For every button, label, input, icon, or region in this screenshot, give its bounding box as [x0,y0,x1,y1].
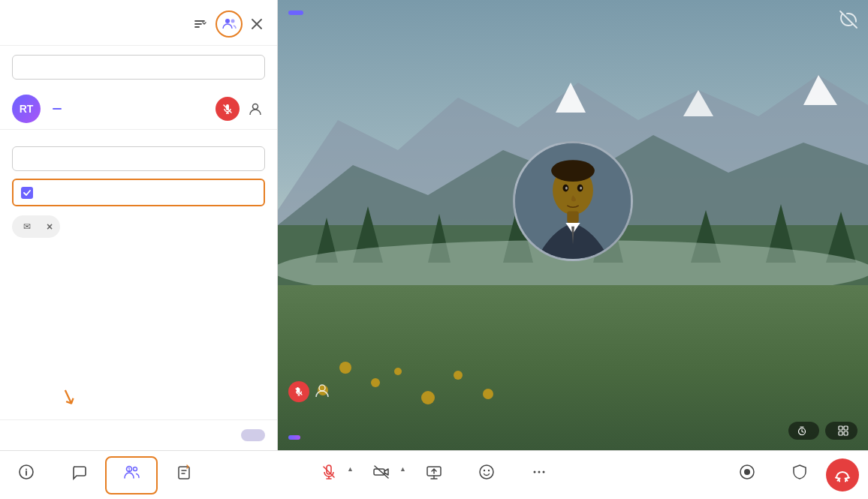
end-call-button[interactable] [826,458,859,491]
video-bottom-info [288,381,330,405]
video-top-right-icon [839,11,857,32]
participants-icon-highlighted[interactable] [215,11,243,38]
svg-rect-40 [844,431,848,435]
search-area [0,46,277,89]
svg-point-1 [231,20,235,23]
timer-button[interactable] [788,422,819,440]
sort-button[interactable] [190,14,209,34]
details-bar-item[interactable] [0,458,53,493]
arrow-annotation: ↘ [56,382,81,411]
record-icon [739,464,755,484]
reactions-icon [478,464,495,484]
person-icon-video [314,382,330,401]
svg-point-24 [421,391,435,404]
panel-footer [0,419,277,450]
svg-point-26 [483,389,493,399]
more-icon [531,464,547,484]
svg-point-34 [580,187,582,190]
send-invites-button[interactable] [241,429,265,441]
bottom-bar: 1 [0,450,868,499]
video-background [278,0,868,450]
host-controls-bar-item[interactable] [773,458,826,493]
unmute-bar-item[interactable]: ▲ [303,458,355,493]
svg-point-51 [538,470,541,473]
participants-icon: 1 [123,464,140,484]
start-video-bar-item[interactable]: ▲ [355,458,408,493]
svg-point-49 [488,469,490,470]
svg-point-33 [565,187,568,190]
svg-point-0 [225,19,230,23]
ai-on-badge [288,435,300,440]
avatar: RT [12,95,41,123]
cancel-button[interactable] [211,429,232,441]
invited-chip: ✉ × [12,215,60,238]
svg-point-2 [253,104,258,110]
svg-rect-38 [844,426,848,430]
svg-point-23 [394,368,402,375]
close-panel-button[interactable] [249,16,265,32]
participant-actions [215,97,265,121]
svg-point-35 [319,385,325,391]
participants-bar-item[interactable]: 1 [105,456,158,494]
chat-icon [71,464,87,484]
remove-invite-button[interactable]: × [47,221,53,232]
share-screen-bar-item[interactable] [408,458,460,493]
svg-point-20 [339,362,351,374]
video-bottom-right [788,422,857,440]
svg-text:1: 1 [128,467,131,472]
svg-rect-30 [567,211,578,222]
info-icon [18,464,35,484]
video-off-icon [373,464,390,484]
share-screen-icon [426,464,442,484]
panel-header [0,0,277,46]
video-icons-row [288,381,330,402]
svg-point-48 [484,469,485,470]
svg-point-21 [371,378,380,387]
chat-bar-item[interactable] [53,458,105,493]
ainotes-icon [176,464,192,484]
host-badge-video [288,11,303,15]
bottom-bar-left: 1 [0,456,210,494]
mute-icon-video [288,381,309,402]
svg-point-52 [543,470,545,473]
views-button[interactable] [825,422,857,440]
search-input[interactable] [12,55,265,80]
svg-rect-19 [278,285,868,450]
reactions-bar-item[interactable] [460,458,513,493]
envelope-icon: ✉ [20,219,35,234]
mute-button[interactable] [215,97,240,121]
svg-point-29 [551,160,595,182]
video-panel [278,0,868,450]
dialout-checkbox[interactable] [21,187,33,199]
svg-point-47 [480,465,493,479]
send-invites-section: ✉ × [0,129,277,254]
bottom-bar-center: ▲ ▲ [303,458,565,493]
participant-avatar-circle [513,141,633,261]
dialout-checkbox-section [12,179,265,206]
participant-info [48,108,208,110]
host-badge [53,108,62,110]
participant-row: RT [0,89,277,129]
svg-point-42 [26,468,27,470]
svg-point-25 [454,371,463,380]
svg-rect-37 [839,426,842,430]
bottom-bar-right [721,458,868,493]
unmute-icon [321,464,337,484]
more-bar-item[interactable] [513,458,565,493]
shield-icon [791,464,808,484]
ainotes-bar-item[interactable] [158,458,210,493]
panel-header-icons [190,11,265,38]
more-participant-button[interactable] [246,99,265,119]
participant-name-row [48,108,208,110]
svg-point-54 [744,469,750,475]
svg-point-44 [134,467,137,470]
svg-point-50 [534,470,536,473]
svg-rect-39 [839,431,842,435]
record-bar-item[interactable] [721,458,773,493]
invite-input[interactable] [12,146,265,171]
participants-panel: RT [0,0,278,450]
